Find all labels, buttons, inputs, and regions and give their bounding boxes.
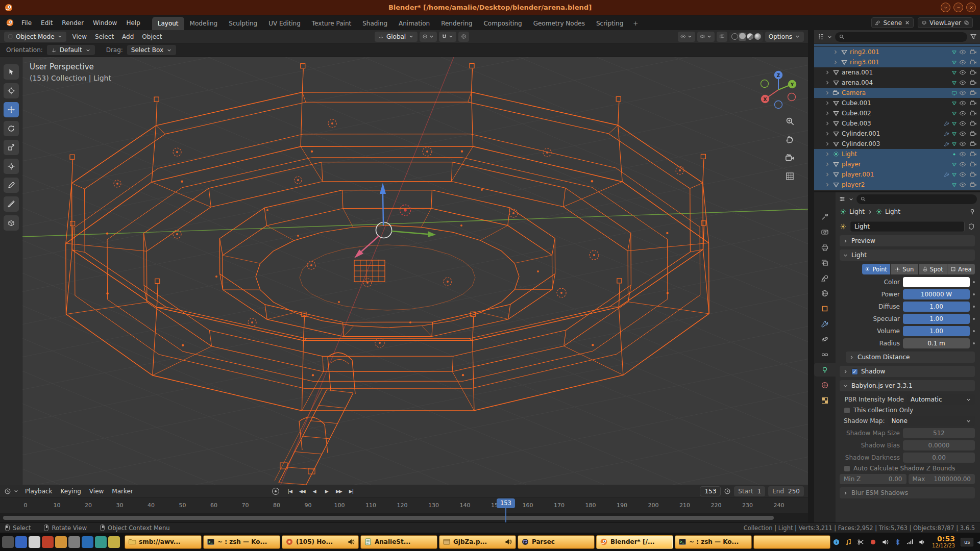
radius-field[interactable]: 0.1 m	[903, 338, 970, 348]
shading-rendered-icon[interactable]	[754, 33, 761, 40]
fake-user-icon[interactable]	[968, 223, 975, 230]
start-frame-field[interactable]: Start 1	[734, 486, 765, 496]
menu-help[interactable]: Help	[121, 17, 144, 29]
auto-keying-toggle[interactable]	[272, 488, 279, 495]
tray-scissors-icon[interactable]	[856, 538, 865, 546]
animate-dot-icon[interactable]	[973, 293, 975, 295]
visibility-eye-icon[interactable]	[959, 140, 966, 147]
workspace-tab-rendering[interactable]: Rendering	[435, 17, 478, 30]
viewport-grid-button[interactable]	[785, 171, 795, 183]
tool-select-box-button[interactable]	[4, 64, 19, 80]
outliner-row-cylinder-003[interactable]: Cylinder.003	[814, 139, 980, 149]
expand-toggle-icon[interactable]	[824, 90, 830, 96]
workspace-tab-modeling[interactable]: Modeling	[184, 17, 224, 30]
workspace-tab-animation[interactable]: Animation	[393, 17, 435, 30]
workspace-tab-scripting[interactable]: Scripting	[591, 17, 629, 30]
minimize-button[interactable]	[953, 3, 963, 12]
mode-selector[interactable]: Object Mode	[4, 32, 66, 42]
app-launcher-icon-3[interactable]	[29, 536, 40, 548]
outliner-search-input[interactable]	[847, 32, 964, 42]
menu-render[interactable]: Render	[57, 17, 88, 29]
workspace-tab-geometry-nodes[interactable]: Geometry Nodes	[528, 17, 591, 30]
properties-tab-material[interactable]	[814, 378, 836, 392]
taskbar-window-zsh-ko[interactable]: ~ : zsh — Ko...	[203, 535, 280, 549]
tray-note-icon[interactable]	[844, 538, 853, 546]
visibility-eye-icon[interactable]	[959, 69, 966, 76]
viewport-zoom-button[interactable]	[785, 116, 795, 128]
taskbar-window-analiest[interactable]: AnalieSt...	[360, 535, 437, 549]
visibility-eye-icon[interactable]	[959, 79, 966, 86]
custom-distance-section-header[interactable]: Custom Distance	[846, 352, 975, 363]
properties-tab-tool[interactable]	[814, 210, 836, 223]
render-visibility-icon[interactable]	[970, 69, 977, 76]
expand-toggle-icon[interactable]	[824, 141, 830, 147]
light-type-point[interactable]: Point	[862, 264, 890, 274]
properties-tab-object[interactable]	[814, 302, 836, 315]
app-launcher-icon-4[interactable]	[42, 536, 54, 548]
outliner-row-cube-002[interactable]: Cube.002	[814, 108, 980, 118]
shade-window-button[interactable]	[941, 3, 950, 12]
render-visibility-icon[interactable]	[970, 59, 977, 66]
outliner-row-arena-001[interactable]: arena.001	[814, 67, 980, 78]
next-keyframe-button[interactable]: ▶▶	[333, 487, 345, 496]
shading-material-icon[interactable]	[747, 33, 753, 40]
expand-toggle-icon[interactable]	[824, 110, 830, 116]
use-preview-range-icon[interactable]	[724, 488, 731, 495]
tray-volume-icon[interactable]	[918, 538, 926, 546]
drag-setting-dropdown[interactable]: Select Box	[127, 45, 176, 55]
taskbar-window-105-ho[interactable]: (105) Ho...	[282, 535, 359, 549]
properties-tab-modifiers[interactable]	[814, 317, 836, 331]
properties-tab-texture[interactable]	[814, 393, 836, 407]
properties-tab-scene[interactable]	[814, 271, 836, 285]
viewport-menu-add[interactable]: Add	[118, 32, 138, 42]
properties-search-input[interactable]	[869, 194, 973, 204]
play-button[interactable]: ▶	[321, 487, 332, 496]
tool-scale-button[interactable]	[4, 140, 19, 155]
pivot-point-selector[interactable]	[420, 32, 437, 42]
keyboard-layout-indicator[interactable]: us	[961, 538, 974, 546]
orientation-setting-dropdown[interactable]: Default	[47, 45, 95, 55]
prev-keyframe-button[interactable]: ◀◀	[297, 487, 308, 496]
options-dropdown[interactable]: Options	[765, 32, 804, 42]
timeline-menu-marker[interactable]: Marker	[108, 486, 137, 496]
new-viewlayer-icon[interactable]	[964, 20, 969, 26]
properties-tab-physics[interactable]	[814, 332, 836, 346]
outliner-row-cube-003[interactable]: Cube.003	[814, 118, 980, 129]
taskbar-window-zsh-ko[interactable]: ~ : zsh — Ko...	[675, 535, 752, 549]
outliner-editor-icon[interactable]	[817, 33, 824, 40]
animate-dot-icon[interactable]	[973, 281, 975, 283]
visibility-eye-icon[interactable]	[959, 181, 966, 188]
app-launcher-icon-9[interactable]	[108, 536, 120, 548]
xray-toggle[interactable]	[717, 32, 727, 42]
viewport-camera-button[interactable]	[785, 153, 795, 164]
workspace-tab-shading[interactable]: Shading	[357, 17, 393, 30]
expand-toggle-icon[interactable]	[832, 59, 839, 65]
preview-section-header[interactable]: Preview	[840, 235, 975, 246]
tray-info-icon[interactable]	[832, 538, 841, 546]
timeline-editor-icon[interactable]	[4, 488, 11, 495]
collection-only-checkbox[interactable]	[844, 407, 850, 414]
shading-wireframe-icon[interactable]	[731, 33, 738, 40]
visibility-eye-icon[interactable]	[959, 161, 966, 168]
timeline-menu-view[interactable]: View	[85, 486, 108, 496]
visibility-eye-icon[interactable]	[959, 120, 966, 127]
render-visibility-icon[interactable]	[970, 130, 977, 137]
taskbar-window-smb-awv[interactable]: smb://awv...	[125, 535, 202, 549]
expand-toggle-icon[interactable]	[824, 69, 830, 76]
shadow-section-header[interactable]: ✓ Shadow	[840, 366, 975, 377]
pbr-intensity-dropdown[interactable]: Automatic	[907, 394, 975, 405]
render-visibility-icon[interactable]	[970, 99, 977, 107]
light-type-spot[interactable]: Spot	[919, 264, 947, 274]
breadcrumb-data[interactable]: Light	[885, 208, 900, 215]
app-launcher-icon-1[interactable]	[2, 536, 14, 548]
workspace-tab-texture-paint[interactable]: Texture Paint	[306, 17, 357, 30]
properties-tab-object-data[interactable]	[814, 363, 836, 377]
visibility-eye-icon[interactable]	[959, 99, 966, 107]
render-visibility-icon[interactable]	[970, 110, 977, 117]
app-launcher-icon-5[interactable]	[55, 536, 67, 548]
tool-cursor-button[interactable]	[4, 83, 19, 98]
show-overlays-toggle[interactable]	[697, 32, 715, 42]
animate-dot-icon[interactable]	[973, 318, 975, 320]
timeline-scrollbar[interactable]	[3, 516, 774, 520]
app-launcher-icon-8[interactable]	[95, 536, 107, 548]
